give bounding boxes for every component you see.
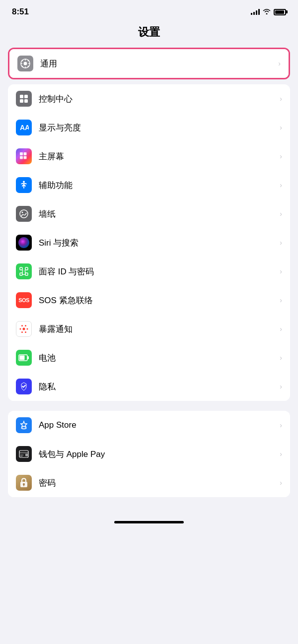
passwords-label: 密码 (39, 477, 276, 489)
general-label: 通用 (40, 58, 274, 69)
svg-point-28 (22, 270, 23, 271)
svg-rect-17 (20, 156, 23, 159)
battery-label: 电池 (39, 352, 276, 364)
svg-line-26 (22, 271, 23, 273)
svg-rect-42 (19, 452, 28, 453)
svg-rect-22 (20, 267, 22, 270)
battery-settings-icon (16, 350, 32, 366)
privacy-icon (16, 379, 32, 394)
appstore-chevron: › (280, 421, 282, 429)
settings-row-siri[interactable]: Siri 与搜索 › (8, 228, 290, 257)
settings-row-privacy[interactable]: 隐私 › (8, 372, 290, 401)
svg-point-21 (22, 212, 23, 213)
sos-label: SOS 紧急联络 (39, 295, 276, 306)
status-icons (251, 8, 286, 16)
svg-point-35 (21, 331, 23, 333)
exposure-icon (16, 321, 32, 337)
control-center-label: 控制中心 (39, 93, 276, 105)
svg-point-29 (25, 270, 26, 271)
settings-group-system: 控制中心 › AA 显示与亮度 › 主屏幕 › (8, 84, 290, 401)
display-label: 显示与亮度 (39, 122, 276, 133)
svg-point-47 (23, 483, 25, 485)
passwords-chevron: › (280, 479, 282, 487)
svg-text:AA: AA (20, 124, 29, 131)
svg-point-32 (27, 328, 28, 330)
svg-rect-12 (20, 99, 23, 103)
display-chevron: › (280, 124, 282, 131)
battery-icon (274, 9, 286, 15)
settings-row-battery[interactable]: 电池 › (8, 343, 290, 372)
svg-point-36 (25, 331, 26, 333)
privacy-chevron: › (280, 383, 282, 390)
settings-row-accessibility[interactable]: 辅助功能 › (8, 171, 290, 199)
wallet-chevron: › (280, 450, 282, 458)
settings-row-faceid[interactable]: 面容 ID 与密码 › (8, 257, 290, 286)
settings-row-sos[interactable]: SOS SOS 紧急联络 › (8, 286, 290, 315)
settings-row-general[interactable]: 通用 › (9, 49, 289, 78)
svg-point-31 (20, 328, 21, 330)
svg-rect-16 (24, 152, 27, 155)
signal-icon (251, 9, 260, 15)
faceid-chevron: › (280, 267, 282, 275)
faceid-label: 面容 ID 与密码 (39, 266, 276, 277)
svg-line-27 (25, 271, 26, 273)
svg-rect-15 (20, 152, 23, 155)
wifi-icon (263, 8, 271, 16)
control-center-icon (16, 91, 32, 107)
faceid-icon (16, 263, 32, 279)
svg-rect-18 (24, 156, 27, 159)
appstore-label: App Store (39, 420, 276, 430)
svg-rect-10 (20, 95, 23, 98)
privacy-label: 隐私 (39, 381, 276, 392)
status-time: 8:51 (12, 7, 29, 17)
svg-point-20 (20, 210, 28, 218)
wallpaper-chevron: › (280, 210, 282, 218)
svg-point-30 (23, 328, 25, 330)
siri-label: Siri 与搜索 (39, 237, 276, 249)
svg-rect-23 (25, 267, 28, 270)
wallpaper-label: 墙纸 (39, 208, 276, 220)
wallet-label: 钱包与 Apple Pay (39, 449, 276, 460)
appstore-icon (16, 417, 32, 433)
svg-point-33 (21, 325, 23, 326)
homescreen-label: 主屏幕 (39, 151, 276, 162)
svg-rect-38 (20, 356, 25, 360)
svg-rect-39 (28, 356, 29, 359)
homescreen-icon (16, 148, 32, 164)
accessibility-chevron: › (280, 181, 282, 189)
settings-row-control-center[interactable]: 控制中心 › (8, 84, 290, 113)
general-chevron: › (278, 60, 281, 67)
settings-group-apps: App Store › 钱包与 Apple Pay › 密码 (8, 411, 290, 497)
wallet-icon (16, 446, 32, 462)
control-center-chevron: › (280, 95, 282, 103)
sos-chevron: › (280, 296, 282, 304)
passwords-icon (16, 475, 32, 491)
siri-icon (16, 235, 32, 251)
settings-row-homescreen[interactable]: 主屏幕 › (8, 142, 290, 171)
settings-row-appstore[interactable]: App Store › (8, 411, 290, 440)
settings-row-wallet[interactable]: 钱包与 Apple Pay › (8, 440, 290, 468)
wallpaper-icon (16, 206, 32, 222)
svg-rect-43 (25, 454, 28, 456)
settings-row-exposure[interactable]: 暴露通知 › (8, 315, 290, 343)
settings-group-main: 通用 › (8, 48, 290, 79)
home-indicator (114, 521, 184, 523)
svg-rect-11 (24, 95, 28, 98)
sos-icon: SOS (16, 292, 32, 308)
exposure-chevron: › (280, 325, 282, 333)
accessibility-icon (16, 177, 32, 193)
accessibility-label: 辅助功能 (39, 180, 276, 191)
svg-point-19 (23, 181, 25, 183)
svg-point-34 (25, 325, 26, 326)
svg-rect-13 (24, 99, 28, 103)
settings-row-passwords[interactable]: 密码 › (8, 468, 290, 497)
svg-point-1 (24, 62, 27, 65)
general-icon (17, 56, 33, 71)
battery-chevron: › (280, 354, 282, 362)
status-bar: 8:51 (0, 0, 298, 21)
exposure-label: 暴露通知 (39, 323, 276, 335)
display-icon: AA (16, 120, 32, 135)
homescreen-chevron: › (280, 152, 282, 160)
settings-row-wallpaper[interactable]: 墙纸 › (8, 199, 290, 228)
settings-row-display[interactable]: AA 显示与亮度 › (8, 113, 290, 142)
